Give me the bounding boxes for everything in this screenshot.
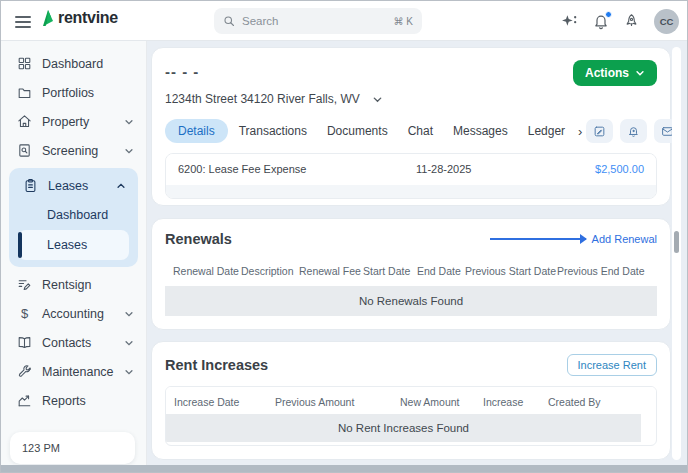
ai-sparkle-icon[interactable] (561, 14, 578, 29)
tab-ledger[interactable]: Ledger (519, 119, 574, 143)
rent-increases-card: Rent Increases Increase Rent Increase Da… (151, 341, 671, 460)
column-header: Description (241, 259, 299, 283)
global-search[interactable]: ⌘ K (214, 8, 422, 34)
alerts-button[interactable] (620, 119, 647, 143)
grid-icon (17, 56, 32, 71)
edit-note-button[interactable] (586, 119, 613, 143)
document-search-icon (17, 143, 32, 158)
rent-increases-title: Rent Increases (165, 357, 567, 373)
signature-icon (17, 277, 32, 292)
sidebar-item-maintenance[interactable]: Maintenance (1, 357, 146, 386)
scrollbar-thumb[interactable] (674, 231, 679, 253)
sidebar-group-leases: Leases Dashboard Leases (9, 168, 138, 267)
rocket-icon[interactable] (624, 13, 639, 29)
chevron-down-icon (372, 94, 383, 105)
sidebar-label: Leases (48, 179, 106, 193)
scrollbar-track[interactable] (672, 47, 681, 460)
tab-chat[interactable]: Chat (399, 119, 442, 143)
chevron-down-icon (124, 367, 134, 377)
chevron-down-icon (124, 146, 134, 156)
column-header: Previous End Date (557, 259, 657, 283)
top-bar: rentvine ⌘ K CC (1, 1, 687, 41)
sidebar-footer[interactable]: 123 PM (10, 432, 135, 464)
search-icon (223, 15, 235, 27)
sidebar-label: Contacts (42, 336, 114, 350)
page-title: -- - - (165, 60, 573, 80)
clipboard-icon (23, 178, 38, 193)
tab-documents[interactable]: Documents (318, 119, 397, 143)
sidebar-label: Screening (42, 144, 114, 158)
bell-icon (627, 125, 640, 138)
property-address[interactable]: 1234th Street 34120 River Falls, WV (165, 92, 657, 106)
sidebar-item-leases[interactable]: Leases (9, 171, 138, 200)
notifications-bell-icon[interactable] (593, 13, 609, 30)
sidebar-label: Reports (42, 394, 134, 408)
wrench-icon (17, 364, 32, 379)
rent-increases-table: Increase Date Previous Amount New Amount… (165, 386, 657, 446)
sidebar-item-screening[interactable]: Screening (1, 136, 146, 165)
folder-icon (17, 85, 32, 100)
charge-date: 11-28-2025 (416, 163, 471, 175)
sidebar-subitem-leases-leases[interactable]: Leases (18, 230, 129, 260)
chart-icon (17, 393, 32, 408)
book-icon (17, 335, 32, 350)
add-renewal-link[interactable]: Add Renewal (592, 233, 657, 245)
sidebar-subitem-leases-dashboard[interactable]: Dashboard (18, 200, 129, 230)
sidebar-label: Property (42, 115, 114, 129)
menu-icon[interactable] (15, 13, 31, 31)
notification-dot (605, 11, 612, 18)
sidebar-item-accounting[interactable]: $ Accounting (1, 299, 146, 328)
sidebar: Dashboard Portfolios Property Screening (1, 41, 147, 472)
property-home-icon (17, 114, 32, 129)
lease-tabs: Details Transactions Documents Chat Mess… (165, 119, 657, 143)
logo-mark-icon (39, 9, 55, 27)
column-header: Increase (483, 390, 548, 414)
sidebar-label: Portfolios (42, 86, 134, 100)
chevron-down-icon (124, 338, 134, 348)
chevron-up-icon (116, 181, 126, 191)
tab-transactions[interactable]: Transactions (230, 119, 316, 143)
renewals-title: Renewals (165, 231, 490, 247)
tab-details[interactable]: Details (165, 119, 228, 143)
chevron-down-icon (124, 309, 134, 319)
tab-messages[interactable]: Messages (444, 119, 517, 143)
rent-increases-header-row: Increase Date Previous Amount New Amount… (166, 387, 656, 414)
column-header: Previous Start Date (465, 259, 557, 283)
tabs-overflow-chevron[interactable]: › (576, 124, 584, 139)
chevron-down-icon (124, 117, 134, 127)
sidebar-item-property[interactable]: Property (1, 107, 146, 136)
dollar-icon: $ (17, 306, 32, 321)
app-logo[interactable]: rentvine (39, 9, 118, 27)
lease-header-card: -- - - Actions 1234th Street 34120 River… (151, 47, 671, 206)
renewals-card: Renewals Add Renewal Renewal Date Descri… (151, 218, 671, 330)
table-row[interactable]: 6200: Lease Fee Expense 11-28-2025 $2,50… (166, 154, 656, 185)
sidebar-item-reports[interactable]: Reports (1, 386, 146, 415)
sidebar-item-rentsign[interactable]: Rentsign (1, 270, 146, 299)
sidebar-label: Maintenance (42, 365, 114, 379)
sidebar-label: Accounting (42, 307, 114, 321)
column-header: New Amount (400, 390, 483, 414)
main-area: -- - - Actions 1234th Street 34120 River… (147, 41, 687, 472)
charges-table: 6200: Lease Fee Expense 11-28-2025 $2,50… (165, 153, 657, 199)
renewals-empty-state: No Renewals Found (165, 286, 657, 316)
charge-account: 6200: Lease Fee Expense (178, 163, 306, 175)
sidebar-sublabel: Leases (47, 238, 87, 252)
search-shortcut: ⌘ K (394, 16, 413, 27)
increase-rent-button[interactable]: Increase Rent (567, 354, 657, 376)
rent-increases-empty-state: No Rent Increases Found (166, 414, 641, 442)
sidebar-item-contacts[interactable]: Contacts (1, 328, 146, 357)
annotation-arrow (490, 238, 586, 240)
sidebar-item-portfolios[interactable]: Portfolios (1, 78, 146, 107)
sidebar-label: Rentsign (42, 278, 134, 292)
sidebar-item-dashboard[interactable]: Dashboard (1, 49, 146, 78)
column-header: Renewal Fee (299, 259, 363, 283)
charge-amount[interactable]: $2,500.00 (595, 163, 644, 175)
actions-button[interactable]: Actions (573, 60, 657, 86)
column-header: Renewal Date (173, 259, 241, 283)
user-avatar[interactable]: CC (654, 9, 679, 34)
sidebar-footer-text: 123 PM (22, 442, 60, 454)
renewals-header-row: Renewal Date Description Renewal Fee Sta… (165, 259, 657, 283)
search-input[interactable] (242, 15, 394, 27)
logo-text: rentvine (58, 9, 118, 27)
column-header: Previous Amount (275, 390, 400, 414)
